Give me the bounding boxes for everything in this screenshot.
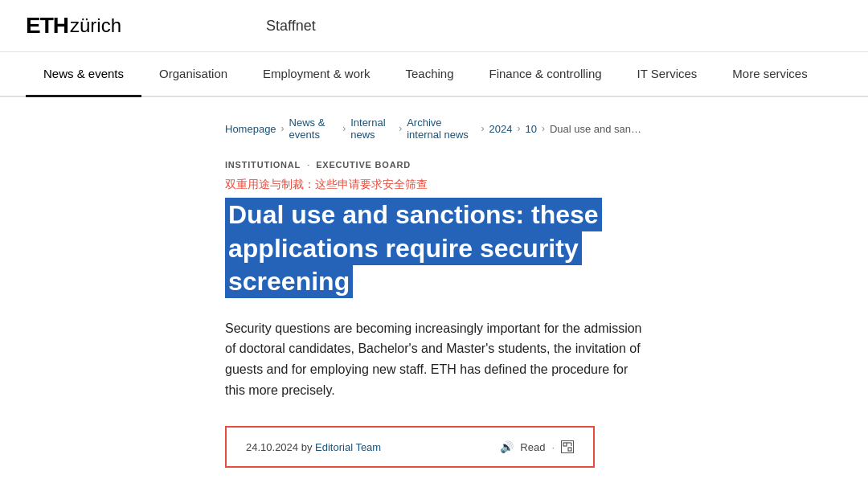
breadcrumb-sep-3: ›: [399, 123, 402, 134]
svg-rect-1: [568, 448, 571, 451]
article-meta: 24.10.2024 by Editorial Team 🔊 Read ·: [225, 426, 595, 468]
staffnet-label: Staffnet: [266, 18, 316, 35]
main-content: INSTITUTIONAL · EXECUTIVE BOARD 双重用途与制裁：…: [0, 160, 868, 468]
breadcrumb-sep-1: ›: [281, 123, 285, 134]
nav-item-teaching[interactable]: Teaching: [387, 52, 471, 97]
nav-item-employment-work[interactable]: Employment & work: [245, 52, 387, 97]
translated-title: 双重用途与制裁：这些申请要求安全筛查: [225, 178, 643, 192]
eth-text: ETH: [26, 13, 68, 38]
article-tags: INSTITUTIONAL · EXECUTIVE BOARD: [225, 160, 643, 170]
nav-item-finance-controlling[interactable]: Finance & controlling: [472, 52, 620, 97]
site-logo[interactable]: ETH zürich: [26, 13, 121, 39]
main-nav: News & events Organisation Employment & …: [0, 52, 868, 97]
read-label[interactable]: Read: [520, 441, 545, 453]
tag-separator: ·: [307, 160, 309, 170]
nav-item-news-events[interactable]: News & events: [26, 52, 141, 97]
tag-executive-board: EXECUTIVE BOARD: [316, 160, 411, 170]
article-body: Security questions are becoming increasi…: [225, 318, 643, 400]
nav-item-more-services[interactable]: More services: [714, 52, 825, 97]
svg-rect-0: [563, 443, 567, 446]
meta-dot: ·: [551, 441, 555, 453]
eth-logo-text: ETH: [26, 13, 68, 39]
breadcrumb-news-events[interactable]: News & events: [289, 117, 338, 141]
expand-icon[interactable]: [561, 440, 574, 453]
speaker-icon: 🔊: [500, 440, 514, 453]
tag-institutional: INSTITUTIONAL: [225, 160, 301, 170]
breadcrumb-sep-4: ›: [481, 123, 485, 134]
breadcrumb-year[interactable]: 2024: [489, 123, 513, 135]
nav-item-organisation[interactable]: Organisation: [141, 52, 245, 97]
breadcrumb-homepage[interactable]: Homepage: [225, 123, 276, 135]
by-label: by: [301, 441, 315, 453]
article-title-highlight: Dual use and sanctions: these applicatio…: [225, 198, 602, 298]
breadcrumb-month[interactable]: 10: [525, 123, 536, 135]
breadcrumb-archive[interactable]: Archive internal news: [407, 117, 476, 141]
nav-item-it-services[interactable]: IT Services: [620, 52, 715, 97]
article-meta-right: 🔊 Read ·: [500, 440, 574, 453]
zurich-text: zürich: [70, 14, 121, 37]
site-header: ETH zürich Staffnet: [0, 0, 868, 52]
breadcrumb-sep-2: ›: [342, 123, 346, 134]
breadcrumb-internal-news[interactable]: Internal news: [350, 117, 394, 141]
article-meta-left: 24.10.2024 by Editorial Team: [246, 441, 381, 453]
article-author[interactable]: Editorial Team: [315, 441, 381, 453]
article-date: 24.10.2024: [246, 441, 298, 453]
article-title-wrapper: Dual use and sanctions: these applicatio…: [225, 199, 643, 299]
article-title: Dual use and sanctions: these applicatio…: [225, 199, 643, 299]
breadcrumb-current: Dual use and sanctions: th…: [550, 123, 643, 135]
breadcrumb: Homepage › News & events › Internal news…: [0, 97, 868, 160]
nav-list: News & events Organisation Employment & …: [26, 52, 842, 96]
breadcrumb-sep-5: ›: [517, 123, 520, 134]
breadcrumb-sep-6: ›: [542, 123, 545, 134]
